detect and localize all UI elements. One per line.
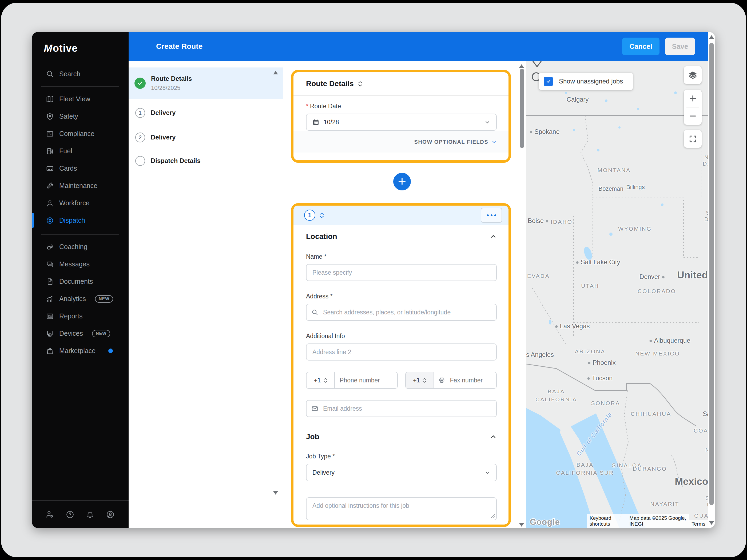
route-date-field[interactable]: 10/28 xyxy=(306,114,497,131)
map-label: UTAH xyxy=(581,283,599,289)
map-label: Billings xyxy=(626,184,645,191)
map-label: MONTANA xyxy=(598,167,631,174)
map-layers-button[interactable] xyxy=(684,66,702,84)
map-label: N xyxy=(704,154,708,161)
terms-link[interactable]: Terms xyxy=(689,520,708,528)
map-label: WYOMING xyxy=(618,225,652,232)
device-icon xyxy=(46,329,54,338)
credit-card-icon xyxy=(46,164,54,172)
sidebar-item-analytics[interactable]: Analytics NEW xyxy=(32,290,129,308)
job-instructions-textarea[interactable] xyxy=(306,497,497,520)
save-button[interactable]: Save xyxy=(665,37,695,55)
bell-icon[interactable] xyxy=(86,510,95,519)
whistle-icon xyxy=(46,243,54,251)
email-input[interactable] xyxy=(306,400,497,417)
show-optional-fields-button[interactable]: SHOW OPTIONAL FIELDS xyxy=(293,131,509,153)
sidebar-item-reports[interactable]: Reports xyxy=(32,308,129,325)
map-label: CHIHUAHUA xyxy=(631,411,671,417)
sidebar-item-dispatch[interactable]: Dispatch xyxy=(32,212,129,229)
step-delivery-1[interactable]: 1 Delivery xyxy=(129,104,283,122)
new-badge: NEW xyxy=(95,295,113,303)
motive-logo: Motive xyxy=(44,43,129,54)
address-search-input[interactable] xyxy=(306,304,497,321)
dispatch-icon xyxy=(46,216,54,224)
chevron-up-icon[interactable] xyxy=(490,233,497,240)
map-label: United S xyxy=(677,270,708,281)
map-canvas[interactable]: CalgarySpokaneMONTANABozemanBillingsNDAB… xyxy=(526,61,708,528)
fax-country-code-select[interactable]: +1 xyxy=(406,372,434,388)
map-label: ARIZONA xyxy=(575,348,606,355)
phone-field: +1 xyxy=(306,372,398,389)
topbar: Create Route Cancel Save xyxy=(129,32,708,61)
phone-number-input[interactable] xyxy=(335,372,397,388)
help-icon[interactable] xyxy=(66,510,74,519)
job-type-value: Delivery xyxy=(312,469,485,476)
sidebar-item-coaching[interactable]: Coaching xyxy=(32,238,129,256)
new-badge: NEW xyxy=(92,330,110,337)
step-number: 2 xyxy=(135,133,145,142)
reorder-arrows-icon[interactable] xyxy=(358,81,362,87)
app-window: Motive Search Fleet View Safety Complian… xyxy=(32,32,715,528)
map-label: Tucson xyxy=(585,374,613,382)
step-delivery-2[interactable]: 2 Delivery xyxy=(129,128,283,146)
fax-number-input[interactable] xyxy=(445,372,496,388)
map-label: s Angeles xyxy=(526,351,554,358)
map-label: GUANAJ xyxy=(694,512,708,519)
phone-country-code-select[interactable]: +1 xyxy=(307,372,335,388)
step-title: Route Details xyxy=(151,75,192,82)
chevron-up-icon[interactable] xyxy=(490,433,497,440)
chevron-down-icon xyxy=(485,119,490,125)
add-stop-button[interactable] xyxy=(393,173,411,190)
checkbox-checked-icon[interactable] xyxy=(544,77,553,86)
step-date: 10/28/2025 xyxy=(151,84,192,91)
fax-field: +1 xyxy=(405,372,497,389)
step-route-details[interactable]: Route Details 10/28/2025 xyxy=(129,68,283,99)
address-line-2-input[interactable] xyxy=(306,344,497,361)
layers-icon xyxy=(688,71,697,80)
show-unassigned-jobs-toggle[interactable]: Show unassigned jobs xyxy=(539,73,633,90)
sidebar-item-marketplace[interactable]: Marketplace xyxy=(32,342,129,359)
person-icon xyxy=(46,199,54,207)
account-icon[interactable] xyxy=(106,510,115,519)
sidebar-item-compliance[interactable]: Compliance xyxy=(32,125,129,142)
sidebar-item-fuel[interactable]: Fuel xyxy=(32,142,129,160)
map-zoom-control xyxy=(684,89,702,125)
steps-scroll-down[interactable] xyxy=(273,491,278,495)
map-label: SA xyxy=(705,495,708,501)
stop-menu-button[interactable] xyxy=(481,208,502,223)
cancel-button[interactable]: Cancel xyxy=(622,37,660,55)
window-scroll-down[interactable] xyxy=(709,521,714,525)
steps-scroll-up[interactable] xyxy=(273,71,278,74)
window-scrollbar-thumb[interactable] xyxy=(710,43,714,505)
sidebar-item-documents[interactable]: Documents xyxy=(32,273,129,290)
sidebar-divider xyxy=(41,86,119,87)
form-scrollbar-thumb[interactable] xyxy=(520,69,524,148)
sidebar-item-fleet-view[interactable]: Fleet View xyxy=(32,90,129,108)
sidebar-item-workforce[interactable]: Workforce xyxy=(32,194,129,212)
resize-grip[interactable] xyxy=(491,514,495,518)
sidebar-item-cards[interactable]: Cards xyxy=(32,160,129,177)
sidebar-footer xyxy=(32,500,129,528)
form-scroll-down[interactable] xyxy=(519,523,524,527)
sidebar-item-maintenance[interactable]: Maintenance xyxy=(32,177,129,194)
form-scroll-up[interactable] xyxy=(519,64,524,68)
keyboard-shortcuts-link[interactable]: Keyboard shortcuts xyxy=(587,514,627,528)
zoom-out-button[interactable] xyxy=(684,107,702,125)
window-scroll-up[interactable] xyxy=(709,35,714,39)
reorder-arrows-icon[interactable] xyxy=(319,213,324,218)
job-type-select[interactable]: Delivery xyxy=(306,464,497,481)
sidebar-search[interactable]: Search xyxy=(32,66,129,82)
fuel-pump-icon xyxy=(46,147,54,155)
sidebar-item-safety[interactable]: Safety xyxy=(32,108,129,125)
map-data-text: Map data ©2025 Google, INEGI xyxy=(627,514,689,528)
chevron-down-icon xyxy=(485,470,490,476)
map-label: Boise xyxy=(528,217,550,224)
step-dispatch-details[interactable]: Dispatch Details xyxy=(129,152,283,170)
name-label: Name * xyxy=(306,253,497,260)
name-input[interactable] xyxy=(306,264,497,281)
sidebar-item-messages[interactable]: Messages xyxy=(32,256,129,273)
sidebar-item-devices[interactable]: Devices NEW xyxy=(32,325,129,342)
admin-user-icon[interactable] xyxy=(45,510,54,519)
map-fullscreen-button[interactable] xyxy=(684,130,702,148)
zoom-in-button[interactable] xyxy=(684,89,702,107)
